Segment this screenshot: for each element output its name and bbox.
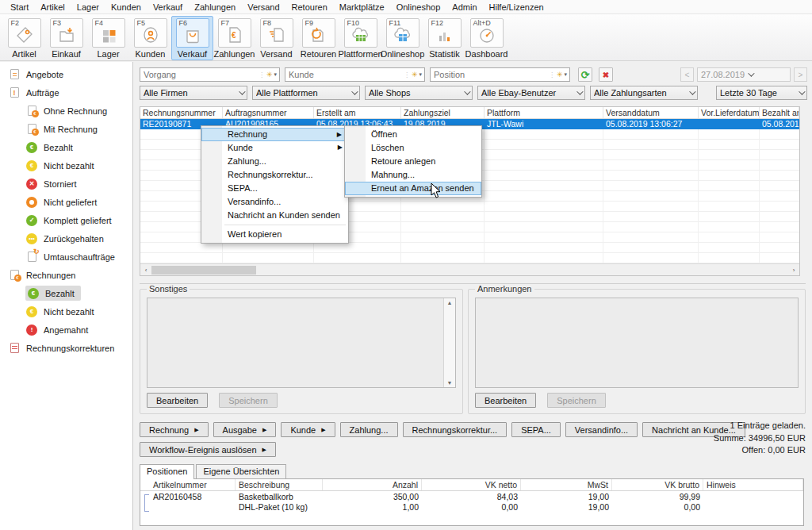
kunde-filter-input[interactable]	[285, 70, 404, 79]
date-next-button[interactable]: >	[794, 67, 807, 82]
menu-lager[interactable]: Lager	[71, 1, 105, 13]
menu-hilfe-lizenzen[interactable]: Hilfe/Lizenzen	[484, 1, 550, 13]
vorgang-filter-input[interactable]	[140, 70, 259, 79]
menu-start[interactable]: Start	[5, 1, 35, 13]
zahlung-button[interactable]: Zahlung...	[340, 422, 398, 437]
ausgabe-menu-button[interactable]: Ausgabe▶	[213, 422, 277, 437]
sidebar-item-zurueckgehalten[interactable]: •••Zurückgehalten	[0, 229, 132, 248]
sidebar-item-rechnungskorrekturen[interactable]: Rechnungskorrekturen	[0, 339, 132, 357]
tool-dashboard[interactable]: Alt+D Dashboard	[465, 16, 508, 60]
sidebar-item-umtauschauftraege[interactable]: Umtauschaufträge	[0, 248, 132, 266]
menu-marktplaetze[interactable]: Marktplätze	[334, 1, 391, 13]
tool-retouren[interactable]: F9 Retouren	[297, 16, 339, 60]
position-row[interactable]: AR20160458 Basketballkorb 350,00 84,03 1…	[140, 491, 803, 501]
tool-verkauf[interactable]: F6 Verkauf	[171, 16, 213, 60]
column-header[interactable]: Versanddatum	[603, 107, 699, 118]
ebay-benutzer-combo[interactable]: Alle Ebay-Benutzer	[477, 86, 585, 100]
scroll-left-icon[interactable]: ‹	[140, 267, 151, 274]
vertical-scrollbar[interactable]: ▲▼	[443, 298, 455, 387]
sidebar-item-nicht-bezahlt-rechnung[interactable]: €Nicht bezahlt	[0, 302, 132, 321]
context-menu-item-versandinfo[interactable]: Versandinfo...	[201, 195, 348, 209]
tool-artikel[interactable]: F2 Artikel	[3, 16, 45, 60]
rechnung-menu-button[interactable]: Rechnung▶	[140, 422, 209, 437]
scrollbar-thumb[interactable]	[151, 266, 256, 275]
menu-onlineshop[interactable]: Onlineshop	[391, 1, 447, 13]
context-menu-item-rechnung[interactable]: Rechnung▶	[201, 128, 348, 141]
menu-admin[interactable]: Admin	[446, 1, 483, 13]
refresh-button[interactable]: ⟳	[578, 67, 592, 82]
sonstiges-bearbeiten-button[interactable]: Bearbeiten	[147, 393, 208, 408]
tool-einkauf[interactable]: F3 Einkauf	[45, 16, 87, 60]
filter-dropdown-icon[interactable]: ▾	[419, 71, 422, 78]
context-menu-item-sepa[interactable]: SEPA...	[201, 182, 348, 195]
date-prev-button[interactable]: <	[680, 67, 694, 82]
anmerkungen-textarea[interactable]	[475, 298, 799, 388]
sidebar-item-auftraege[interactable]: Aufträge	[0, 83, 132, 102]
splitter[interactable]	[140, 283, 806, 284]
context-menu-item-kunde[interactable]: Kunde▶	[201, 141, 348, 155]
date-range-combo[interactable]: Letzte 30 Tage	[716, 86, 807, 100]
tool-zahlungen[interactable]: F7 € Zahlungen	[213, 16, 255, 60]
column-header[interactable]: MwSt	[521, 479, 612, 490]
submenu-item-mahnung[interactable]: Mahnung...	[345, 168, 481, 182]
rechnungskorrektur-button[interactable]: Rechnungskorrektur...	[403, 422, 508, 437]
zahlungsarten-combo[interactable]: Alle Zahlungsarten	[590, 86, 698, 100]
tool-statistik[interactable]: F12 Statistik	[423, 16, 465, 60]
sidebar-item-rechnungen[interactable]: Rechnungen	[0, 266, 132, 284]
shops-combo[interactable]: Alle Shops	[365, 86, 473, 100]
anmerkungen-bearbeiten-button[interactable]: Bearbeiten	[475, 393, 536, 408]
filter-wizard-icon[interactable]: ✳	[266, 71, 273, 79]
kunde-menu-button[interactable]: Kunde▶	[281, 422, 335, 437]
tab-eigene-uebersichten[interactable]: Eigene Übersichten	[196, 464, 286, 478]
filter-dropdown-icon[interactable]: ▾	[274, 71, 277, 78]
sidebar-item-komplett-geliefert[interactable]: ✓Komplett geliefert	[0, 211, 132, 229]
sidebar-item-ohne-rechnung[interactable]: Ohne Rechnung	[0, 102, 132, 120]
column-header[interactable]: Zahlungsziel	[401, 107, 485, 118]
submenu-item-retoure-anlegen[interactable]: Retoure anlegen	[345, 155, 481, 168]
anmerkungen-speichern-button[interactable]: Speichern	[547, 393, 606, 408]
sidebar-item-nicht-bezahlt-auftrag[interactable]: €Nicht bezahlt	[0, 156, 132, 175]
menu-versand[interactable]: Versand	[242, 1, 285, 13]
tool-plattformen[interactable]: F10 Plattformen	[339, 16, 381, 60]
submenu-item-erneut-an-amazon-senden[interactable]: Erneut an Amazon senden	[345, 182, 481, 195]
column-header[interactable]: Artikelnummer	[140, 479, 236, 490]
position-row[interactable]: DHL-Paket (10 kg) 1,00 0,00 19,00 0,00	[140, 501, 803, 512]
clear-filter-button[interactable]: ✖	[599, 67, 613, 82]
column-header[interactable]: Erstellt am	[314, 107, 401, 118]
sonstiges-textarea[interactable]: ▲▼	[147, 298, 456, 388]
sidebar-item-angebote[interactable]: Angebote	[0, 65, 132, 83]
column-header[interactable]: Bezahlt am	[760, 107, 799, 118]
column-header[interactable]: Plattform	[485, 107, 603, 118]
column-header[interactable]: VK netto	[422, 479, 521, 490]
position-filter-input[interactable]	[431, 70, 549, 79]
column-header[interactable]: Beschreibung	[236, 479, 323, 490]
menu-kunden[interactable]: Kunden	[105, 1, 147, 13]
tool-kunden[interactable]: F5 Kunden	[129, 16, 171, 60]
context-menu-item-nachricht[interactable]: Nachricht an Kunden senden	[201, 209, 348, 222]
sidebar-item-storniert[interactable]: ✕Storniert	[0, 175, 132, 193]
tool-lager[interactable]: F4 Lager	[87, 16, 129, 60]
tab-positionen[interactable]: Positionen	[140, 464, 194, 478]
tool-versand[interactable]: F8 Versand	[255, 16, 297, 60]
column-header[interactable]: VK brutto	[612, 479, 703, 490]
submenu-item-oeffnen[interactable]: Öffnen	[345, 128, 481, 141]
column-header[interactable]: Rechnungsnummer	[140, 107, 223, 118]
scroll-right-icon[interactable]: ›	[788, 267, 799, 274]
sidebar-item-mit-rechnung[interactable]: Mit Rechnung	[0, 120, 132, 138]
firmen-combo[interactable]: Alle Firmen	[140, 86, 247, 100]
plattformen-combo[interactable]: Alle Plattformen	[252, 86, 360, 100]
versandinfo-button[interactable]: Versandinfo...	[565, 422, 638, 437]
sidebar-item-angemahnt[interactable]: !Angemahnt	[0, 321, 132, 339]
date-combo[interactable]: 27.08.2019	[697, 67, 791, 82]
sidebar-item-nicht-geliefert[interactable]: Nicht geliefert	[0, 193, 132, 211]
sidebar-item-bezahlt-rechnung[interactable]: €Bezahlt	[0, 284, 132, 302]
sidebar-item-bezahlt-auftrag[interactable]: €Bezahlt	[0, 138, 132, 156]
menu-retouren[interactable]: Retouren	[286, 1, 334, 13]
column-header[interactable]: Auftragsnummer	[223, 107, 314, 118]
context-menu-item-rechnungskorrektur[interactable]: Rechnungskorrektur...	[201, 168, 348, 182]
tool-onlineshop[interactable]: F11 Onlineshop	[381, 16, 423, 60]
menu-verkauf[interactable]: Verkauf	[147, 1, 189, 13]
workflow-ereignis-button[interactable]: Workflow-Ereignis auslösen▶	[140, 442, 276, 457]
menu-zahlungen[interactable]: Zahlungen	[189, 1, 242, 13]
filter-wizard-icon[interactable]: ✳	[557, 71, 563, 79]
